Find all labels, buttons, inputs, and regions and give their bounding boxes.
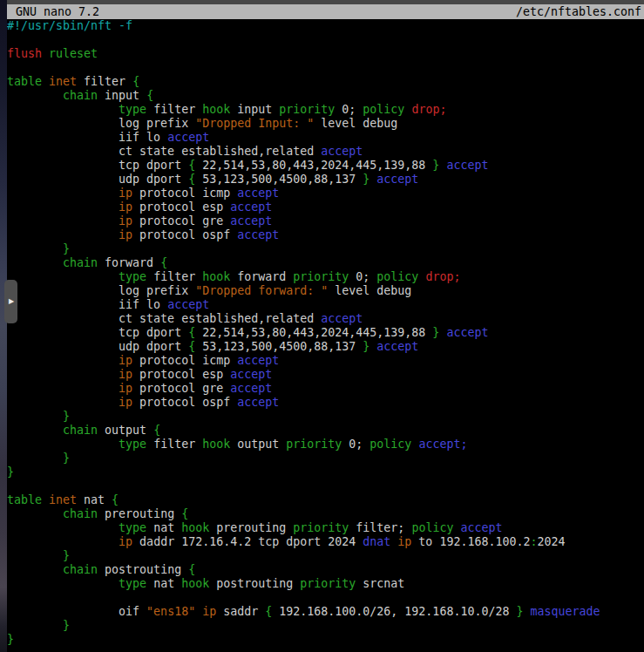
code-token [7,270,119,283]
code-token [7,424,63,437]
code-token: type [119,521,146,534]
code-token: 0; [342,438,369,451]
code-token: #!/usr/sbin/nft -f [7,19,132,32]
code-line: ip protocol esp accept [7,200,644,214]
code-token: 22,514,53,80,443,2024,445,139,88 [195,159,432,172]
code-token: ruleset [49,47,98,60]
code-token: "Dropped Input: " [195,117,314,130]
code-token: chain [63,256,98,269]
code-token: { [188,173,195,186]
code-token: ip [397,535,411,548]
code-token: hook [202,103,230,116]
code-line: } [7,242,644,256]
code-token: accept [237,354,279,367]
code-token: table [7,493,42,506]
code-token [7,452,63,465]
code-token [195,605,202,618]
code-token: nat [77,493,112,506]
code-line: ip protocol ospf accept [7,228,644,242]
code-token: to 192.168.100.2 [411,535,530,548]
code-line: flush ruleset [7,47,644,61]
code-token: daddr 172.16.4.2 tcp dport 2024 [132,535,363,548]
code-token: ip [119,396,132,409]
code-line: ip protocol icmp accept [7,187,644,200]
code-token [7,368,119,381]
code-token: protocol ospf [132,396,237,409]
code-line: ip daddr 172.16.4.2 tcp dport 2024 dnat … [7,535,644,549]
code-token: 0; [349,270,376,283]
code-line: table inet nat { [7,493,644,507]
code-token: postrouting [209,577,300,590]
code-line: type filter hook input priority 0; polic… [7,103,644,117]
code-token: inet [49,493,77,506]
editor-area[interactable]: #!/usr/sbin/nft -fflush rulesettable ine… [7,19,644,652]
code-token: { [188,340,195,353]
code-token [7,396,119,409]
code-line: } [7,549,644,563]
code-token [7,89,63,102]
code-token: priority [300,577,356,590]
code-token: policy [363,103,404,116]
code-token: ip [202,605,216,618]
code-line [7,61,644,75]
code-token: type [119,438,146,451]
code-token [7,242,63,255]
code-line: iif lo accept [7,131,644,145]
code-token: hook [181,577,209,590]
code-line: udp dport { 53,123,500,4500,88,137 } acc… [7,173,644,187]
code-line: chain forward { [7,256,644,270]
code-line: chain output { [7,424,644,438]
code-token: table [7,75,42,88]
code-token: filter; [349,521,411,534]
code-token: inet [49,75,77,88]
code-token: tcp dport [7,159,188,172]
code-token: } [63,242,70,255]
code-token: ip [119,368,132,381]
code-token: prerouting [98,507,181,520]
control-bar-handle[interactable]: ▶ [4,280,17,323]
code-token: protocol icmp [132,354,237,367]
code-token: { [160,256,167,269]
code-token [7,103,119,116]
code-token: accept [237,396,279,409]
code-token [7,438,119,451]
code-token: prerouting [209,521,293,534]
code-token: protocol esp [132,368,230,381]
code-token: { [188,159,195,172]
code-token: level debug [328,284,411,297]
code-token: policy [376,270,418,283]
code-token: ip [119,382,132,395]
code-token: policy [411,521,453,534]
code-line: log prefix "Dropped forward: " level deb… [7,284,644,298]
code-token: accept; [418,438,467,451]
code-line: } [7,465,644,479]
code-token: hook [181,521,209,534]
code-token: level debug [314,117,397,130]
code-token: iif lo [7,298,167,311]
code-token: accept [321,145,363,158]
code-token: chain [63,424,98,437]
code-line: log prefix "Dropped Input: " level debug [7,117,644,131]
code-token [7,200,119,214]
code-token: accept [460,521,502,534]
code-token: saddr [216,605,265,618]
code-token: input [98,89,146,102]
code-token: hook [202,438,230,451]
nano-titlebar: GNU nano 7.2 /etc/nftables.conf [7,4,644,19]
code-token: { [112,493,119,506]
code-line: iif lo accept [7,298,644,312]
code-line: ip protocol icmp accept [7,354,644,368]
code-token: protocol gre [132,214,230,228]
code-token: ip [119,200,132,214]
code-token: { [146,89,153,102]
code-token: priority [286,438,342,451]
code-token [7,354,119,367]
code-token: postrouting [98,563,188,576]
code-token: protocol gre [132,382,230,395]
code-token: { [181,507,188,520]
code-token [7,619,63,632]
code-token: 2024 [537,535,565,548]
app-version-label: GNU nano 7.2 [7,4,99,19]
code-token: { [153,424,160,437]
code-token: drop; [425,270,460,283]
